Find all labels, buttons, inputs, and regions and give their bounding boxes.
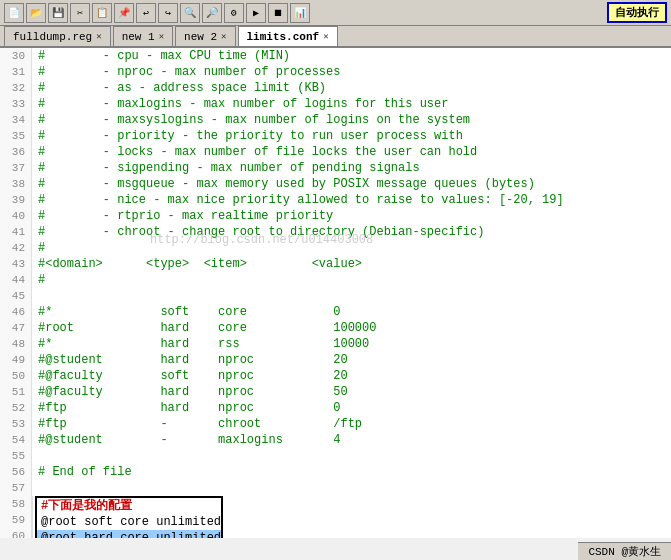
toolbar-btn-11[interactable]: ⚙: [224, 3, 244, 23]
toolbar-btn-13[interactable]: ⏹: [268, 3, 288, 23]
tab-label: limits.conf: [247, 31, 320, 43]
line-code: # End of file: [32, 464, 132, 480]
boxed-section: 58 59 60 #下面是我的配置 @root soft core unlimi…: [0, 496, 671, 538]
line-code: # - sigpending - max number of pending s…: [32, 160, 420, 176]
line-code: #* hard rss 10000: [32, 336, 369, 352]
highlighted-box: #下面是我的配置 @root soft core unlimited @root…: [35, 496, 223, 538]
tab-close-icon[interactable]: ✕: [323, 31, 328, 42]
tab-close-icon[interactable]: ✕: [96, 31, 101, 42]
line-number: 58: [0, 496, 32, 512]
table-row: 56 # End of file: [0, 464, 671, 480]
table-row: 40 # - rtprio - max realtime priority: [0, 208, 671, 224]
toolbar-btn-7[interactable]: ↩: [136, 3, 156, 23]
auto-execute-button[interactable]: 自动执行: [607, 2, 667, 23]
line-code: #root hard core 100000: [32, 320, 376, 336]
table-row: 39 # - nice - max nice priority allowed …: [0, 192, 671, 208]
line-number: 31: [0, 64, 32, 80]
line-number: 54: [0, 432, 32, 448]
toolbar-btn-9[interactable]: 🔍: [180, 3, 200, 23]
toolbar-btn-12[interactable]: ▶: [246, 3, 266, 23]
table-row: 38 # - msgqueue - max memory used by POS…: [0, 176, 671, 192]
line-number: 34: [0, 112, 32, 128]
editor-area[interactable]: http://blog.csdn.net/u014403008 30 # - c…: [0, 48, 671, 538]
line-code: # - rtprio - max realtime priority: [32, 208, 333, 224]
line-code: # - maxlogins - max number of logins for…: [32, 96, 448, 112]
table-row: 41 # - chroot - change root to directory…: [0, 224, 671, 240]
toolbar-btn-14[interactable]: 📊: [290, 3, 310, 23]
line-number: 49: [0, 352, 32, 368]
line-code: #@student - maxlogins 4: [32, 432, 340, 448]
tab-new1[interactable]: new 1 ✕: [113, 26, 173, 46]
table-row: 53 #ftp - chroot /ftp: [0, 416, 671, 432]
table-row: 50 #@faculty soft nproc 20: [0, 368, 671, 384]
line-number: 52: [0, 400, 32, 416]
line-code: #: [32, 272, 45, 288]
toolbar-btn-8[interactable]: ↪: [158, 3, 178, 23]
toolbar-btn-10[interactable]: 🔎: [202, 3, 222, 23]
line-number: 55: [0, 448, 32, 464]
line-number: 40: [0, 208, 32, 224]
line-code: #<domain> <type> <item> <value>: [32, 256, 362, 272]
toolbar-btn-1[interactable]: 📄: [4, 3, 24, 23]
line-number: 41: [0, 224, 32, 240]
table-row: 32 # - as - address space limit (KB): [0, 80, 671, 96]
line-number: 42: [0, 240, 32, 256]
table-row: 51 #@faculty hard nproc 50: [0, 384, 671, 400]
line-number: 44: [0, 272, 32, 288]
line-code: # - nice - max nice priority allowed to …: [32, 192, 564, 208]
line-number: 33: [0, 96, 32, 112]
line-code: # - nproc - max number of processes: [32, 64, 340, 80]
line-code: #@faculty soft nproc 20: [32, 368, 348, 384]
line-code: # - locks - max number of file locks the…: [32, 144, 477, 160]
table-row: 54 #@student - maxlogins 4: [0, 432, 671, 448]
line-number: 36: [0, 144, 32, 160]
table-row: 35 # - priority - the priority to run us…: [0, 128, 671, 144]
table-row: 47 #root hard core 100000: [0, 320, 671, 336]
line-code: # - cpu - max CPU time (MIN): [32, 48, 290, 64]
tab-close-icon[interactable]: ✕: [159, 31, 164, 42]
tab-bar: fulldump.reg ✕ new 1 ✕ new 2 ✕ limits.co…: [0, 26, 671, 48]
code-wrapper: http://blog.csdn.net/u014403008 30 # - c…: [0, 48, 671, 538]
line-number: 56: [0, 464, 32, 480]
line-code: #: [32, 240, 45, 256]
toolbar-btn-4[interactable]: ✂: [70, 3, 90, 23]
line-code: #ftp - chroot /ftp: [32, 416, 362, 432]
table-row: 52 #ftp hard nproc 0: [0, 400, 671, 416]
table-row: 44 #: [0, 272, 671, 288]
line-code: #@student hard nproc 20: [32, 352, 348, 368]
line-number: 32: [0, 80, 32, 96]
toolbar-btn-5[interactable]: 📋: [92, 3, 112, 23]
line-code: [32, 448, 38, 464]
line-number: 47: [0, 320, 32, 336]
table-row: 43 #<domain> <type> <item> <value>: [0, 256, 671, 272]
line-number: 46: [0, 304, 32, 320]
toolbar-btn-2[interactable]: 📂: [26, 3, 46, 23]
toolbar: 📄 📂 💾 ✂ 📋 📌 ↩ ↪ 🔍 🔎 ⚙ ▶ ⏹ 📊 自动执行: [0, 0, 671, 26]
line-code: # - msgqueue - max memory used by POSIX …: [32, 176, 535, 192]
line-code: # - chroot - change root to directory (D…: [32, 224, 484, 240]
toolbar-btn-6[interactable]: 📌: [114, 3, 134, 23]
line-code: # - maxsyslogins - max number of logins …: [32, 112, 470, 128]
tab-label: new 1: [122, 31, 155, 43]
list-item: #下面是我的配置: [37, 498, 221, 514]
line-code: # - as - address space limit (KB): [32, 80, 326, 96]
line-code: #ftp hard nproc 0: [32, 400, 340, 416]
tab-limits-conf[interactable]: limits.conf ✕: [238, 26, 338, 46]
table-row: 57: [0, 480, 671, 496]
line-number: 35: [0, 128, 32, 144]
table-row: 49 #@student hard nproc 20: [0, 352, 671, 368]
line-code: # - priority - the priority to run user …: [32, 128, 463, 144]
code-content: 30 # - cpu - max CPU time (MIN) 31 # - n…: [0, 48, 671, 538]
tab-new2[interactable]: new 2 ✕: [175, 26, 235, 46]
line-code: #* soft core 0: [32, 304, 340, 320]
toolbar-btn-3[interactable]: 💾: [48, 3, 68, 23]
tab-label: fulldump.reg: [13, 31, 92, 43]
list-item: @root hard core unlimited: [37, 530, 221, 538]
line-number: 38: [0, 176, 32, 192]
tab-fulldump[interactable]: fulldump.reg ✕: [4, 26, 111, 46]
line-number: 50: [0, 368, 32, 384]
table-row: 36 # - locks - max number of file locks …: [0, 144, 671, 160]
line-number: 57: [0, 480, 32, 496]
tab-close-icon[interactable]: ✕: [221, 31, 226, 42]
table-row: 48 #* hard rss 10000: [0, 336, 671, 352]
